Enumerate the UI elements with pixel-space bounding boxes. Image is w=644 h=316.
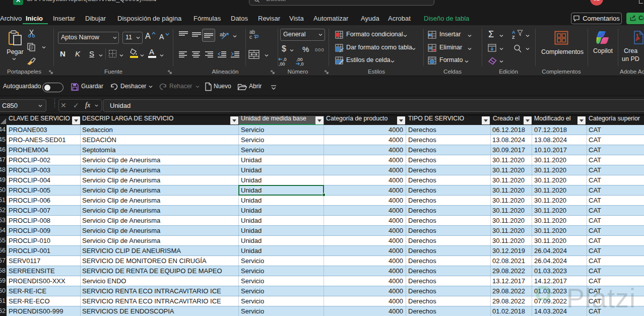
svg-text:,00: ,00 xyxy=(279,61,285,66)
svg-text:c: c xyxy=(249,34,252,39)
svg-text:A: A xyxy=(512,30,516,35)
svg-text:,0: ,0 xyxy=(300,61,304,66)
svg-text:Z: Z xyxy=(512,35,515,39)
